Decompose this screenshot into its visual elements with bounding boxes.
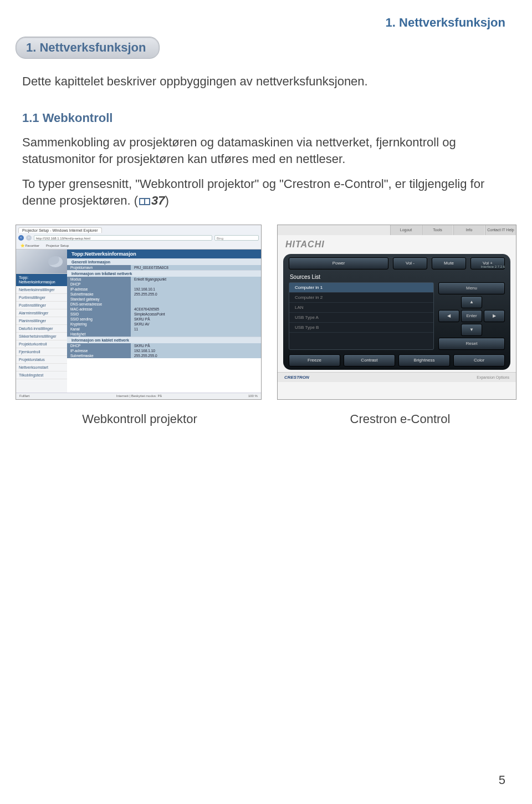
sidebar-item[interactable]: Planinnstillinger <box>16 317 67 325</box>
browser-chrome: Projector Setup - Windows Internet Explo… <box>16 225 261 250</box>
table-row: SSID sendingSKRU PÅ <box>67 317 261 322</box>
brightness-button[interactable]: Brightness <box>398 354 450 367</box>
sidebar-item[interactable]: Alarminnstillinger <box>16 309 67 317</box>
subsection-title: Webkontroll <box>43 111 113 125</box>
caption-right: Crestron e-Control <box>279 412 521 426</box>
caption-left: Webkontroll projektor <box>16 412 264 426</box>
dpad-right-button[interactable]: ▶ <box>484 310 505 322</box>
webkontroll-screenshot: Projector Setup - Windows Internet Explo… <box>16 225 262 400</box>
control-row-top: PowerVol -MuteVol + <box>289 257 505 269</box>
crestron-toplinks: LogoutToolsInfoContact IT Help <box>278 225 516 235</box>
table-row: ProjektornavnPRJ_001E6735A0C8 <box>67 265 261 270</box>
table-row: Kanal11 <box>67 327 261 332</box>
table-row: DHCPSKRU PÅ <box>67 343 261 348</box>
intro-paragraph: Dette kapittelet beskriver oppbyggingen … <box>22 74 510 89</box>
dpad: Menu▲◀Enter▶▼Reset <box>438 282 505 350</box>
mute-button[interactable]: Mute <box>432 257 466 269</box>
source-item[interactable]: USB Type B <box>289 323 433 333</box>
page-number: 5 <box>499 773 505 787</box>
sidebar-item[interactable]: Nettverksomstart <box>16 364 67 372</box>
sidebar-item[interactable]: Tilkoblingstest <box>16 372 67 379</box>
sidebar-item[interactable]: Fjernkontroll <box>16 348 67 356</box>
sidebar-item[interactable]: Projektorkontroll <box>16 340 67 348</box>
table-general: ProjektornavnPRJ_001E6735A0C8 <box>67 265 261 270</box>
contrast-button[interactable]: Contrast <box>344 354 395 367</box>
crestron-screenshot: LogoutToolsInfoContact IT Help HITACHI I… <box>277 225 516 400</box>
search-box[interactable]: Bing <box>214 235 259 241</box>
sidebar-item[interactable]: Projektorstatus <box>16 356 67 364</box>
crestron-panel: PowerVol -MuteVol + Sources List Compute… <box>283 254 510 370</box>
power-button[interactable]: Power <box>289 257 388 269</box>
vol--button[interactable]: Vol - <box>393 257 427 269</box>
toplink[interactable]: Logout <box>390 225 421 235</box>
table-row: KrypteringSKRU AV <box>67 322 261 327</box>
table-row: DHCP <box>67 282 261 287</box>
control-row-bottom: FreezeContrastBrightnessColor <box>289 354 505 367</box>
dpad-down-button[interactable]: ▼ <box>461 324 482 336</box>
freeze-button[interactable]: Freeze <box>289 354 340 367</box>
sidebar-item[interactable]: Nettverksinnstillinger <box>16 286 67 294</box>
table-wireless: ModusEnkelt tilgangspunktDHCPIP-adresse1… <box>67 277 261 337</box>
sidebar-item[interactable]: Dato/tid-innstillinger <box>16 325 67 333</box>
body-text-2a: To typer grensesnitt, "Webkontroll proje… <box>22 177 484 207</box>
book-icon <box>139 197 150 206</box>
toplink[interactable]: Tools <box>422 225 453 235</box>
sidebar-item[interactable]: Postinnstillinger <box>16 302 67 309</box>
toplink[interactable]: Info <box>453 225 484 235</box>
sidebar: Topp: Nettverksinformasjon Nettverksinns… <box>16 250 67 393</box>
status-mid: Internett | Beskyttet modus: På <box>116 394 162 398</box>
expansion-link[interactable]: Expansion Options <box>477 375 509 379</box>
forward-icon[interactable]: › <box>26 235 32 241</box>
sidebar-nav: NettverksinnstillingerPortinnstillingerP… <box>16 286 67 379</box>
body-paragraph-1: Sammenkobling av prosjektøren og datamas… <box>22 134 510 167</box>
subsection-number: 1.1 <box>22 111 39 125</box>
sidebar-current[interactable]: Topp: Nettverksinformasjon <box>16 274 67 286</box>
favorites-label[interactable]: ⭐ Favoritter <box>18 243 42 248</box>
running-header: 1. Nettverksfunksjon <box>0 0 532 30</box>
group-wired: Informasjon om kablet nettverk <box>67 337 261 343</box>
table-row: MAC-adresse4CE676426585 <box>67 307 261 312</box>
body-paragraph-2: To typer grensesnitt, "Webkontroll proje… <box>22 176 510 208</box>
projector-image <box>16 250 67 274</box>
main-panel: Topp:Nettverksinformasjon Generell Infor… <box>67 250 261 393</box>
version-label: Interface 2.7.2.6 <box>481 265 505 268</box>
group-wireless: Informasjon om trådløst nettverk <box>67 270 261 277</box>
table-row: DNS-serveradresse <box>67 302 261 307</box>
group-general: Generell Informasjon <box>67 258 261 265</box>
table-row: SSIDSimpleAccessPoint <box>67 312 261 317</box>
table-row: Subnettmaske255.255.255.0 <box>67 353 261 358</box>
reset-button[interactable]: Reset <box>438 338 505 350</box>
favorites-item[interactable]: Projector Setup <box>44 243 71 248</box>
sidebar-item[interactable]: Portinnstillinger <box>16 294 67 302</box>
section-badge: 1. Nettverksfunksjon <box>16 37 160 59</box>
svg-rect-2 <box>145 199 149 204</box>
enter-button[interactable]: Enter <box>461 310 482 322</box>
back-icon[interactable]: ‹ <box>18 235 24 241</box>
table-row: ModusEnkelt tilgangspunkt <box>67 277 261 282</box>
crestron-footer: CRESTRON Expansion Options <box>278 372 516 382</box>
table-wired: DHCPSKRU PÅIP-adresse192.168.1.10Subnett… <box>67 343 261 358</box>
color-button[interactable]: Color <box>453 354 505 367</box>
page-ref: 37 <box>151 194 165 207</box>
body-text-2b: ) <box>165 194 169 207</box>
subsection-heading: 1.1 Webkontroll <box>22 111 510 125</box>
menu-button[interactable]: Menu <box>438 282 505 294</box>
source-item[interactable]: Computer in 1 <box>289 283 433 293</box>
dpad-left-button[interactable]: ◀ <box>438 310 459 322</box>
status-left: Fullført <box>19 394 30 398</box>
brand-label: HITACHI <box>278 235 516 252</box>
address-bar[interactable]: http://192.168.1.10/html/p-setup.html <box>34 235 212 241</box>
toplink[interactable]: Contact IT Help <box>485 225 516 235</box>
table-row: Subnettmaske255.255.255.0 <box>67 292 261 297</box>
dpad-up-button[interactable]: ▲ <box>461 296 482 308</box>
source-item[interactable]: USB Type A <box>289 313 433 323</box>
source-item[interactable]: LAN <box>289 303 433 313</box>
panel-title: Topp:Nettverksinformasjon <box>67 250 261 258</box>
sources-list: Computer in 1Computer in 2LANUSB Type AU… <box>289 282 434 350</box>
browser-tab[interactable]: Projector Setup - Windows Internet Explo… <box>18 227 102 233</box>
table-row: IP-adresse192.168.1.10 <box>67 348 261 353</box>
source-item[interactable]: Computer in 2 <box>289 293 433 303</box>
sidebar-item[interactable]: Sikkerhetsinnstillinger <box>16 333 67 340</box>
svg-rect-1 <box>140 199 144 204</box>
status-right: 100 % <box>248 394 258 398</box>
